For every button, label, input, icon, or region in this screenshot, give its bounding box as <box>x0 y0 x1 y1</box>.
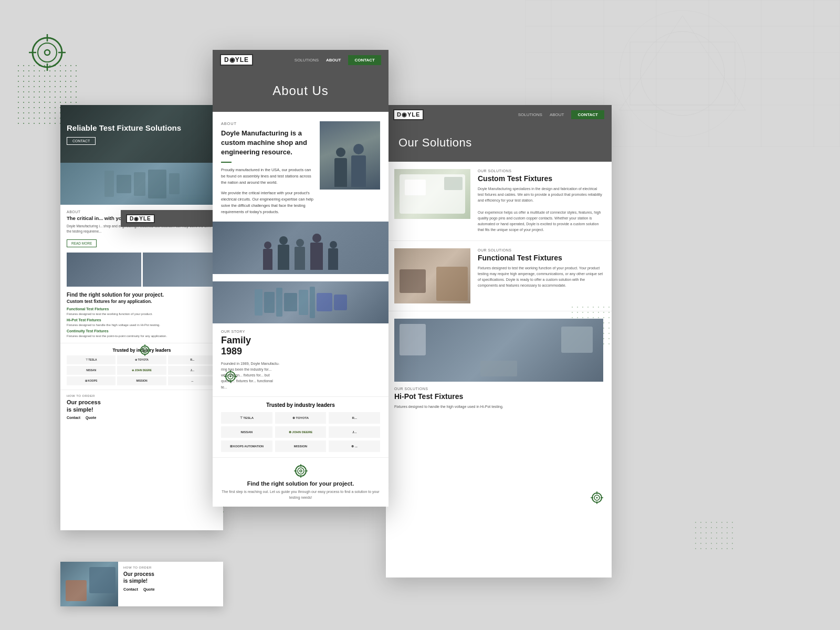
home-read-more-btn[interactable]: READ MORE <box>67 239 97 247</box>
home-bottom-title: Our processis simple! <box>123 571 155 584</box>
solutions-nav-about[interactable]: ABOUT <box>550 112 564 117</box>
hipot-fixture-label: OUR SOLUTIONS <box>394 387 603 391</box>
home-process-title: Our processis simple! <box>67 398 217 414</box>
svg-point-45 <box>144 350 146 351</box>
home-card-crosshair <box>139 344 151 356</box>
about-logo-tesla: ⊤ TESLA <box>221 412 272 424</box>
logo-tesla: ⊤ TESLA <box>67 355 116 364</box>
svg-point-15 <box>33 38 62 67</box>
about-section-label: ABOUT <box>221 121 313 126</box>
home-hero: Reliable Test Fixture Solutions CONTACT <box>60 105 223 163</box>
logo-other: ... <box>168 376 217 385</box>
logo-mission: MISSION <box>117 376 166 385</box>
home-bottom-quote[interactable]: Quote <box>143 587 155 592</box>
functional-fixtures-desc: Fixtures designed to test the working fu… <box>67 312 217 316</box>
home-bottom-image <box>60 562 118 606</box>
brand-logo[interactable] <box>29 34 66 71</box>
about-nav-about[interactable]: ABOUT <box>326 58 341 62</box>
home-contact-btn[interactable]: CONTACT <box>67 137 96 145</box>
logo-koops: ⊞ KOOPS <box>67 376 116 385</box>
home-hero-title: Reliable Test Fixture Solutions <box>67 123 217 133</box>
home-bottom-text-area: HOW TO ORDER Our processis simple! Conta… <box>118 562 160 606</box>
logo-j2: J... <box>168 366 217 375</box>
about-logo-nissan: NISSAN <box>221 426 272 438</box>
solutions-nav-contact-btn[interactable]: CONTACT <box>571 110 604 119</box>
group-photo-2 <box>143 253 217 287</box>
about-story-section: OUR STORY Family1989 Founded in 1989, Do… <box>213 330 388 396</box>
about-hero-title: About Us <box>272 83 329 98</box>
home-bottom-label: HOW TO ORDER <box>123 566 155 569</box>
about-logo-jdeere: ⊕ JOHN DEERE <box>275 426 327 438</box>
home-process-section: HOW TO ORDER Our processis simple! Conta… <box>60 390 223 424</box>
about-story-label: OUR STORY <box>221 330 380 333</box>
about-logos-title: Trusted by industry leaders <box>221 402 380 408</box>
continuity-fixtures-link[interactable]: Continuity Test Fixtures <box>67 329 109 333</box>
svg-point-16 <box>38 43 57 62</box>
home-bottom-card: HOW TO ORDER Our processis simple! Conta… <box>60 562 223 606</box>
logo-toyota: ⊕ TOYOTA <box>117 355 166 364</box>
svg-rect-13 <box>630 42 735 105</box>
functional-fixture-label: OUR SOLUTIONS <box>478 248 603 252</box>
hipot-fixture-title: Hi-Pot Test Fixtures <box>394 392 603 401</box>
solutions-card: D◉YLE SOLUTIONS ABOUT CONTACT Our Soluti… <box>386 105 612 578</box>
custom-fixture-info: OUR SOLUTIONS Custom Test Fixtures Doyle… <box>478 169 603 233</box>
about-nav-solutions[interactable]: SOLUTIONS <box>295 58 319 62</box>
custom-fixture-label: OUR SOLUTIONS <box>478 169 603 173</box>
machine-shop-image <box>60 163 223 205</box>
svg-point-17 <box>45 50 50 55</box>
about-company-name: Doyle Manufacturing is a custom machine … <box>221 129 313 158</box>
svg-point-24 <box>300 470 302 472</box>
functional-fixtures-link[interactable]: Functional Test Fixtures <box>67 307 109 311</box>
hipot-fixtures-desc: Fixtures designed to handle the high vol… <box>67 323 217 327</box>
about-logo-koops: ⊞ KOOPS AUTOMATION <box>221 440 272 452</box>
about-group-photo <box>213 222 388 274</box>
about-team-photo <box>320 121 380 215</box>
home-nav-logo: D◉YLE <box>126 214 155 223</box>
about-machine-parts-photo <box>213 281 388 323</box>
solutions-navbar: D◉YLE SOLUTIONS ABOUT CONTACT <box>386 105 612 124</box>
logo-r: R... <box>168 355 217 364</box>
bg-dots-right <box>693 520 735 551</box>
about-logo-j2: J... <box>329 426 380 438</box>
home-find-title: Find the right solution for your project… <box>67 292 217 298</box>
group-photo-1 <box>67 253 141 287</box>
custom-fixture-title: Custom Test Fixtures <box>478 174 603 183</box>
solution-functional: OUR SOLUTIONS Functional Test Fixtures F… <box>386 241 612 311</box>
about-cta-section: Find the right solution for your project… <box>213 457 388 507</box>
about-nav-contact-btn[interactable]: CONTACT <box>348 55 381 65</box>
hipot-fixtures-link[interactable]: Hi-Pot Test Fixtures <box>67 318 101 322</box>
about-card-crosshair <box>224 370 237 383</box>
logo-nissan: NISSAN <box>67 366 116 375</box>
about-logo-other: ⊕ ... <box>329 440 380 452</box>
about-logos-section: Trusted by industry leaders ⊤ TESLA ⊕ TO… <box>213 396 388 457</box>
about-cta-title: Find the right solution for your project… <box>221 480 380 487</box>
about-main-content: ABOUT Doyle Manufacturing is a custom ma… <box>213 112 388 222</box>
home-process-label: HOW TO ORDER <box>67 394 217 397</box>
process-quote-link[interactable]: Quote <box>86 416 96 419</box>
functional-fixture-image <box>394 248 470 303</box>
solutions-nav-logo: D◉YLE <box>393 109 424 120</box>
svg-point-11 <box>640 32 724 116</box>
home-card: D◉YLE SOLUTIONS Reliable Test Fixture So… <box>60 105 223 530</box>
solutions-nav-solutions[interactable]: SOLUTIONS <box>518 112 542 117</box>
svg-point-22 <box>296 466 306 476</box>
process-contact-link[interactable]: Contact <box>67 416 80 419</box>
svg-point-23 <box>298 468 304 474</box>
about-logo-mission: MISSION <box>275 440 327 452</box>
solutions-hero: Our Solutions <box>386 124 612 162</box>
home-bottom-contact[interactable]: Contact <box>123 587 138 592</box>
svg-point-12 <box>620 10 746 136</box>
functional-fixture-info: OUR SOLUTIONS Functional Test Fixtures F… <box>478 248 603 303</box>
svg-point-31 <box>230 376 232 377</box>
about-cta-icon <box>294 464 308 478</box>
about-intro-text: Proudly manufactured in the USA, our pro… <box>221 167 313 186</box>
home-navbar: D◉YLE SOLUTIONS <box>121 210 223 227</box>
functional-fixture-text: Fixtures designed to test the working fu… <box>478 265 603 289</box>
about-nav-logo: D◉YLE <box>220 54 253 66</box>
svg-marker-14 <box>620 16 746 110</box>
about-logo-toyota: ⊕ TOYOTA <box>275 412 327 424</box>
custom-fixture-text: Doyle Manufacturing specializes in the d… <box>478 186 603 233</box>
about-card: D◉YLE SOLUTIONS ABOUT CONTACT About Us A… <box>213 50 388 507</box>
solutions-card-crosshair <box>591 491 603 504</box>
solution-custom: OUR SOLUTIONS Custom Test Fixtures Doyle… <box>386 162 612 241</box>
